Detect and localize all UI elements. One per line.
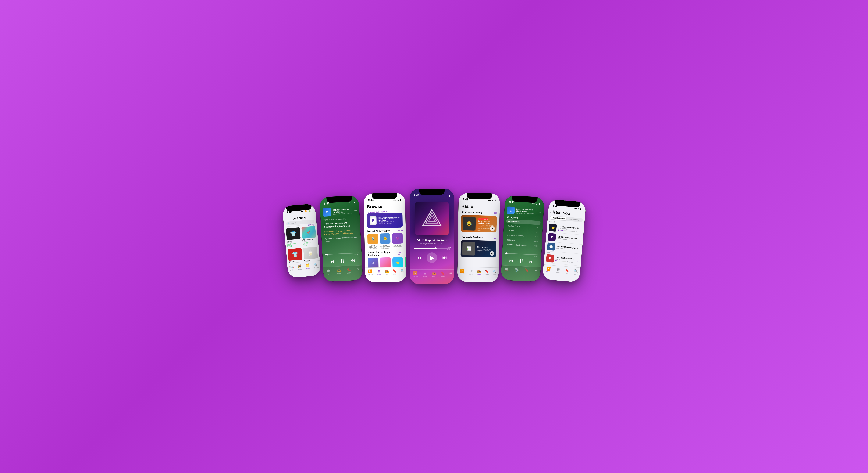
tab-browse-5[interactable]: ⊞ Browse (469, 269, 473, 275)
tab-listennow-4[interactable]: ▶️ Listen Now (412, 271, 418, 277)
time-remaining-4: -23:39 (446, 249, 450, 251)
tab-books-2[interactable]: 📖 Books (326, 269, 331, 275)
tab-radio-3[interactable]: 📻 Radio (384, 269, 389, 275)
rewind-btn-6[interactable]: ⏮ (509, 258, 514, 263)
tab-listennow-7[interactable]: ▶️ Listen Now (545, 267, 552, 273)
tab-bar-5: ▶️ Listen Now ⊞ Browse 📻 Radio 🔖 Library (457, 267, 499, 282)
list-item[interactable]: 📌 ATP Enamel Pin $15.00 Free Shipping | … (301, 226, 317, 246)
tab-search[interactable]: 🔍 Search (313, 263, 319, 269)
battery-icon-4: ▮ (449, 195, 450, 197)
tab-label-library: Library (306, 268, 310, 270)
tab-listennow-5[interactable]: ▶️ Listen Now (459, 269, 465, 275)
status-time-3: 9:41 (368, 198, 374, 201)
item-image-2: 📌 (301, 226, 316, 239)
tab-library[interactable]: 🗂️ Library (305, 263, 310, 270)
more-button[interactable]: ••• (354, 209, 357, 212)
status-icons-2: ●●● ▲ ▮ (347, 201, 355, 204)
see-all-new[interactable]: See All (397, 230, 403, 232)
tab-browse-4[interactable]: ⊞ Browse (423, 271, 427, 277)
phone-chapters: 9:41 ●●● ▲ ▮ C 343. The Jeremies (April … (501, 195, 545, 282)
tab-library-3[interactable]: 🔖 Library (393, 269, 397, 275)
business-show-card[interactable]: 📊 Get the scoop Get the scoop on what's … (461, 240, 496, 258)
signal-icon-6: ●●● (532, 203, 535, 205)
see-all-networks[interactable]: See All (398, 251, 403, 256)
pause-btn-6[interactable]: ⏸ (519, 258, 525, 265)
tab-infinity-2[interactable]: ∞ (357, 267, 360, 272)
featured-title: Relay FM Memberships are here (378, 216, 400, 221)
tab-label-search: Search (314, 267, 319, 269)
tab-books-6[interactable]: 📖 (504, 267, 508, 272)
podcast-art-3: 💜 (392, 233, 403, 244)
playback-controls: ⏮ ⏸ ⏭ (326, 257, 359, 265)
tab-radio[interactable]: 📻 Radio (297, 264, 302, 270)
tab-search-3[interactable]: 🔍 Search (400, 269, 405, 274)
listennow-icon-7: ▶️ (546, 267, 551, 271)
tab-infinity-6[interactable]: ∞ (535, 269, 537, 273)
tab-books[interactable]: 📖 Books (289, 265, 294, 271)
tab-radio-5[interactable]: 📻 Radio (477, 269, 481, 275)
tab-browse-7[interactable]: ⊞ Browse (556, 267, 560, 274)
more-options-button[interactable]: ••• (447, 246, 451, 249)
books-icon: 📖 (289, 265, 294, 269)
tab-search-7[interactable]: 🔍 Search (574, 269, 578, 275)
time-remaining: -1:36:17 (354, 254, 359, 255)
item-image-4: 🥛 (303, 247, 318, 259)
fastforward-btn-4[interactable]: ⏭ (442, 255, 447, 261)
tab-radio-4[interactable]: 📻 Radio (432, 271, 436, 277)
list-item[interactable]: 🎙️ May I Elaborate? Team Coco (368, 234, 378, 249)
business-show-title: Get the scoop (477, 246, 494, 248)
featured-subscription[interactable]: R Relay FM Memberships are here Podcasts… (367, 213, 403, 228)
tab-library-5[interactable]: 🔖 Library (485, 269, 489, 275)
rewind-btn-4[interactable]: ⏮ (417, 255, 422, 261)
fastforward-button[interactable]: ⏭ (350, 258, 355, 263)
signal-icon-4: ●●● (442, 195, 445, 197)
ep-art-vergecast: V (548, 233, 556, 241)
comedy-section: Podcasts Comedy ⊞ 😂 LIVE · 8 - 12PM Cona… (458, 209, 500, 235)
list-item[interactable]: 💜 Not Over It #HeartRadio (392, 233, 403, 249)
progress-dot-pivot (555, 260, 557, 262)
status-icons-7: ●●● ▲ ▮ (574, 207, 582, 210)
chapters-more-button[interactable]: ••• (538, 210, 541, 214)
tab-search-5[interactable]: 🔍 Search (493, 269, 497, 275)
rewind-button[interactable]: ⏮ (330, 259, 334, 264)
networks-title: Networks on Apple Podcasts (368, 250, 398, 257)
tab-suggestions[interactable]: Suggestions (566, 217, 582, 222)
progress-bar-4[interactable] (414, 248, 450, 248)
transcript-heading: Hello and welcome to Connected episode 3… (323, 221, 357, 229)
pause-button[interactable]: ⏸ (339, 257, 346, 265)
ep-art-pivot: P (546, 254, 554, 263)
fastforward-btn-6[interactable]: ⏭ (529, 259, 534, 264)
tab-library-6[interactable]: 🔖 (525, 268, 529, 273)
wifi-icon-4: ▲ (446, 195, 448, 197)
list-item[interactable]: 👕 M1 Shirt $39.00 Free Shipping | Delive… (286, 227, 301, 247)
play-btn-4[interactable]: ▶ (427, 252, 437, 263)
status-icons-4: ●●● ▲ ▮ (442, 195, 450, 197)
battery-icon-6: ▮ (539, 203, 540, 205)
network-art-relay: R (380, 258, 391, 268)
tab-library-7[interactable]: 🔖 Library (565, 268, 569, 274)
tab-latest-episodes[interactable]: Latest Episodes (550, 216, 566, 221)
tab-browse-3[interactable]: ⊞ Browse (377, 269, 381, 275)
tab-radio-2[interactable]: 📻 Radio (336, 268, 341, 274)
business-expand-icon[interactable]: ⊞ (494, 236, 496, 239)
status-icons-3: ●●● ▲ ▮ (393, 199, 401, 201)
list-item[interactable]: 😬 This is Uncomfortable Marketplace (380, 233, 391, 249)
tab-library-4[interactable]: 🔖 Library (440, 271, 445, 277)
pivot-play-button[interactable]: ⏸ (576, 259, 579, 263)
prog-fill-pivot (558, 261, 559, 262)
browse-icon-3: ⊞ (377, 269, 380, 273)
radio-icon-3: 📻 (384, 269, 389, 273)
tab-radio-6[interactable]: 📡 (515, 268, 519, 272)
chapters-episode-info: 343. The Jeremies (April 2021) Connected… (516, 208, 536, 215)
signal-icon-2: ●●● (347, 202, 350, 204)
tab-listennow-3[interactable]: ▶️ Listen Now (367, 269, 373, 275)
playback-controls-6: ⏮ ⏸ ⏭ (504, 257, 538, 265)
tab-label-books: Books (290, 269, 294, 271)
business-play-button[interactable]: ▶ (490, 251, 494, 256)
tab-library-2[interactable]: 🔖 Library (346, 268, 351, 274)
comedy-show-card[interactable]: 😂 LIVE · 8 - 12PM Conan O'Brien Needs a … (461, 215, 497, 233)
tab-infinity-4[interactable]: ∞ (450, 271, 452, 275)
prog-time-pivot: 20 min left (567, 261, 572, 263)
infinity-icon-6: ∞ (535, 269, 538, 273)
section-expand-icon[interactable]: ⊞ (494, 211, 497, 214)
